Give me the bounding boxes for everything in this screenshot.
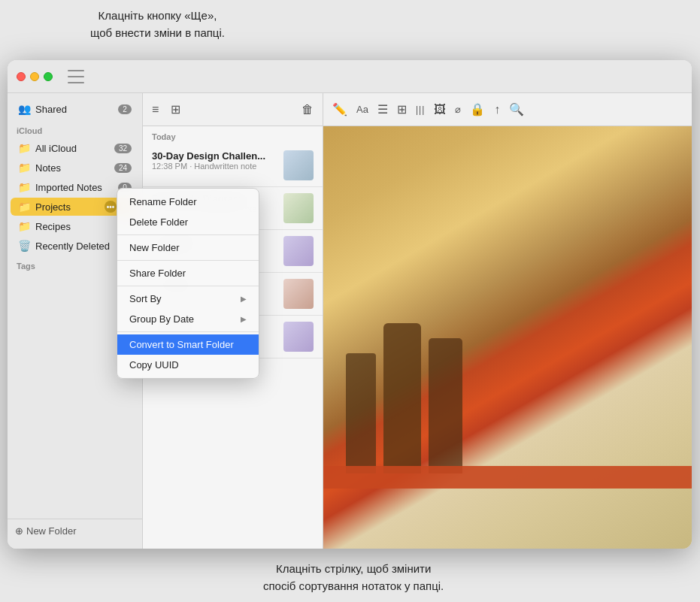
minimize-button[interactable] xyxy=(30,72,39,81)
shared-badge: 2 xyxy=(118,104,132,114)
more-button[interactable]: ••• xyxy=(105,201,117,213)
rename-folder-label: Rename Folder xyxy=(129,196,197,207)
new-folder-label: New Folder xyxy=(26,525,76,537)
recently-deleted-icon: 🗑️ xyxy=(18,240,31,252)
copy-uuid-label: Copy UUID xyxy=(129,359,179,371)
note-item[interactable]: 30-Day Design Challen... 12:38 PM · Hand… xyxy=(143,144,323,187)
delete-folder-label: Delete Folder xyxy=(129,216,188,228)
table-icon[interactable]: ⊞ xyxy=(397,102,407,116)
sidebar-item-recently-deleted-label: Recently Deleted xyxy=(35,240,110,252)
grid-view-button[interactable]: ⊞ xyxy=(171,102,180,116)
share-folder-label: Share Folder xyxy=(129,268,186,279)
menu-item-delete-folder[interactable]: Delete Folder xyxy=(117,212,259,232)
convert-to-smart-label: Convert to Smart Folder xyxy=(129,339,234,350)
list-view-button[interactable]: ≡ xyxy=(152,103,159,116)
icloud-section-label: iCloud xyxy=(8,119,142,138)
context-menu: Rename Folder Delete Folder New Folder S… xyxy=(117,188,259,379)
close-button[interactable] xyxy=(17,72,26,81)
recipes-icon: 📁 xyxy=(18,220,31,232)
note-title: 30-Day Design Challen... xyxy=(152,150,277,162)
menu-item-convert-to-smart[interactable]: Convert to Smart Folder xyxy=(117,334,259,355)
shared-icon: 👥 xyxy=(18,103,31,115)
content-area: 👥 Shared 2 iCloud 📁 All iCloud 32 📁 Note… xyxy=(8,93,692,549)
group-by-date-arrow-icon: ▶ xyxy=(241,315,247,323)
maximize-button[interactable] xyxy=(44,72,53,81)
group-by-date-label: Group By Date xyxy=(129,313,194,325)
detail-image xyxy=(323,126,692,549)
menu-separator xyxy=(117,286,259,286)
link-icon[interactable]: ⌀ xyxy=(455,104,461,115)
share-icon[interactable]: ↑ xyxy=(494,103,500,116)
notes-icon: 📁 xyxy=(18,162,31,174)
notes-date-section: Today xyxy=(143,126,323,144)
sidebar-item-recipes-label: Recipes xyxy=(35,221,71,232)
compose-icon[interactable]: ✏️ xyxy=(332,102,347,116)
menu-separator xyxy=(117,260,259,261)
sort-by-arrow-icon: ▶ xyxy=(241,295,247,303)
sort-by-label: Sort By xyxy=(129,293,162,304)
checklist-icon[interactable]: ☰ xyxy=(377,102,388,116)
menu-item-copy-uuid[interactable]: Copy UUID xyxy=(117,355,259,375)
menu-item-sort-by[interactable]: Sort By ▶ xyxy=(117,289,259,309)
note-info: 30-Day Design Challen... 12:38 PM · Hand… xyxy=(152,150,277,171)
search-icon[interactable]: 🔍 xyxy=(509,102,524,116)
traffic-lights xyxy=(17,72,53,81)
sidebar-item-projects-label: Projects xyxy=(35,201,71,213)
annotation-bottom: Клацніть стрілку, щоб змінити спосіб сор… xyxy=(263,561,444,594)
note-thumbnail xyxy=(283,322,314,352)
detail-content xyxy=(323,126,692,549)
new-folder-button[interactable]: ⊕ New Folder xyxy=(15,525,135,537)
titlebar xyxy=(8,60,692,93)
imported-notes-icon: 📁 xyxy=(18,181,31,193)
annotation-top: Клацніть кнопку «Ще», щоб внести зміни в… xyxy=(90,8,225,41)
app-window: 👥 Shared 2 iCloud 📁 All iCloud 32 📁 Note… xyxy=(8,60,692,549)
notes-list-toolbar: ≡ ⊞ 🗑 xyxy=(143,93,323,126)
sidebar-footer: ⊕ New Folder xyxy=(8,519,142,543)
menu-item-new-folder[interactable]: New Folder xyxy=(117,237,259,258)
notes-badge: 24 xyxy=(114,163,132,173)
all-icloud-icon: 📁 xyxy=(18,142,31,154)
sidebar-item-shared[interactable]: 👥 Shared 2 xyxy=(11,100,139,118)
sidebar-item-all-icloud-label: All iCloud xyxy=(35,143,77,154)
note-thumbnail xyxy=(283,193,314,223)
all-icloud-badge: 32 xyxy=(114,144,132,153)
lock-icon[interactable]: 🔒 xyxy=(470,102,485,116)
sidebar-item-notes[interactable]: 📁 Notes 24 xyxy=(11,159,139,177)
note-meta: 12:38 PM · Handwritten note xyxy=(152,162,277,171)
font-icon[interactable]: Aa xyxy=(356,104,368,115)
new-folder-label: New Folder xyxy=(129,242,179,253)
new-folder-plus-icon: ⊕ xyxy=(15,525,23,537)
photo-icon[interactable]: 🖼 xyxy=(434,103,446,116)
menu-item-rename-folder[interactable]: Rename Folder xyxy=(117,192,259,212)
sidebar-item-shared-label: Shared xyxy=(35,104,67,115)
note-thumbnail xyxy=(283,279,314,309)
menu-separator xyxy=(117,234,259,235)
sidebar-toggle-button[interactable] xyxy=(68,70,84,83)
note-thumbnail xyxy=(283,236,314,266)
projects-icon: 📁 xyxy=(18,201,31,213)
detail-pane: ✏️ Aa ☰ ⊞ ||| 🖼 ⌀ 🔒 ↑ 🔍 xyxy=(323,93,692,549)
delete-note-button[interactable]: 🗑 xyxy=(302,103,314,116)
sidebar-item-notes-label: Notes xyxy=(35,162,61,174)
detail-toolbar: ✏️ Aa ☰ ⊞ ||| 🖼 ⌀ 🔒 ↑ 🔍 xyxy=(323,93,692,126)
note-thumbnail xyxy=(283,150,314,180)
menu-separator xyxy=(117,331,259,332)
sidebar-item-imported-notes-label: Imported Notes xyxy=(35,182,102,193)
menu-item-group-by-date[interactable]: Group By Date ▶ xyxy=(117,309,259,329)
menu-item-share-folder[interactable]: Share Folder xyxy=(117,263,259,283)
audio-icon[interactable]: ||| xyxy=(416,104,425,115)
sidebar-item-all-icloud[interactable]: 📁 All iCloud 32 xyxy=(11,139,139,157)
